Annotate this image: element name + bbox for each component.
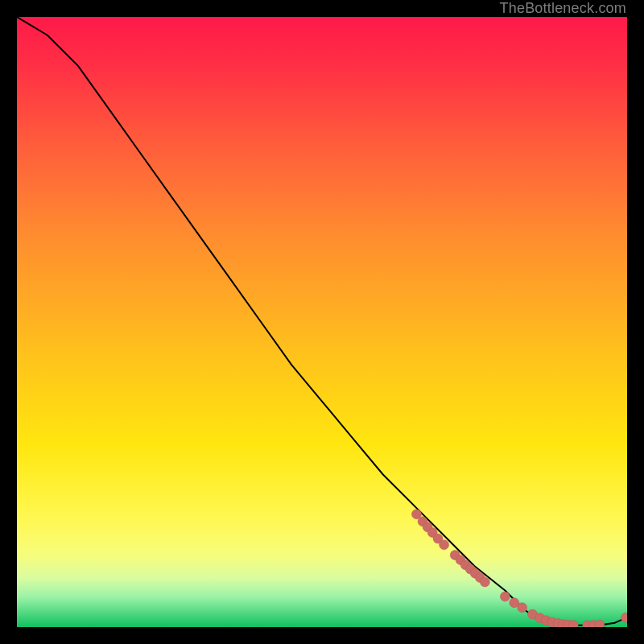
gpu-markers-group — [411, 510, 627, 627]
plot-area — [17, 17, 627, 627]
gpu-marker — [621, 613, 627, 622]
watermark-text: TheBottleneck.com — [500, 0, 626, 17]
gpu-marker — [440, 540, 449, 550]
bottleneck-curve — [17, 17, 627, 625]
gpu-marker — [518, 603, 527, 613]
gpu-marker — [500, 592, 510, 601]
gpu-marker — [480, 577, 489, 587]
chart-overlay-svg — [17, 17, 627, 627]
chart-stage: TheBottleneck.com — [0, 0, 644, 644]
